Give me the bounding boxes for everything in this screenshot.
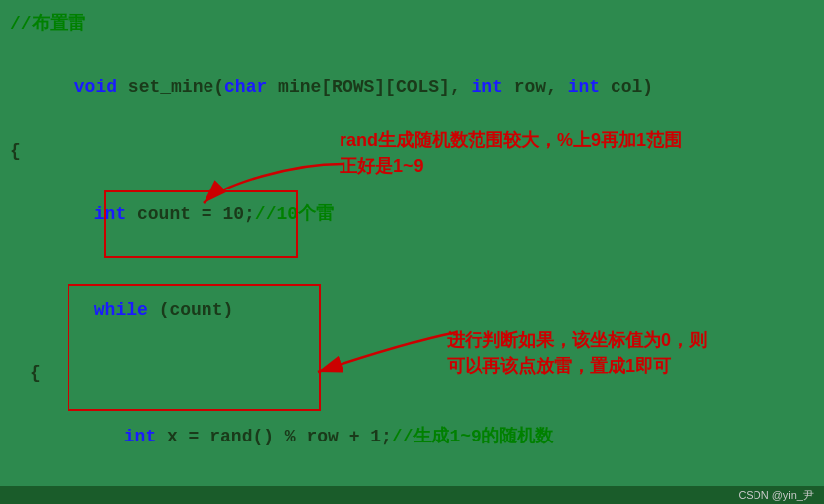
code-comment-0: //布置雷 (10, 8, 85, 40)
code-line-0: //布置雷 (0, 8, 824, 40)
credit-text: CSDN @yin_尹 (738, 488, 814, 503)
code-line-6: int x = rand() % row + 1;//生成1~9的随机数 (0, 389, 824, 484)
code-brace-while: { (30, 357, 41, 389)
code-text-1: void set_mine(char mine[ROWS][COLS], int… (10, 40, 653, 135)
code-line-1: void set_mine(char mine[ROWS][COLS], int… (0, 40, 824, 135)
annotation-rand: rand生成随机数范围较大，%上9再加1范围 正好是1~9 (340, 127, 682, 179)
bottom-bar: CSDN @yin_尹 (0, 486, 824, 504)
code-brace-open: { (10, 135, 21, 167)
code-text-4: while (count) (30, 262, 233, 357)
code-text-6: int x = rand() % row + 1;//生成1~9的随机数 (60, 389, 553, 484)
code-line-3: int count = 10;//10个雷 (0, 167, 824, 262)
code-text-3: int count = 10;//10个雷 (30, 167, 334, 262)
code-area: //布置雷 void set_mine(char mine[ROWS][COLS… (0, 0, 824, 486)
annotation-if: 进行判断如果，该坐标值为0，则 可以再该点放雷，置成1即可 (447, 327, 707, 379)
